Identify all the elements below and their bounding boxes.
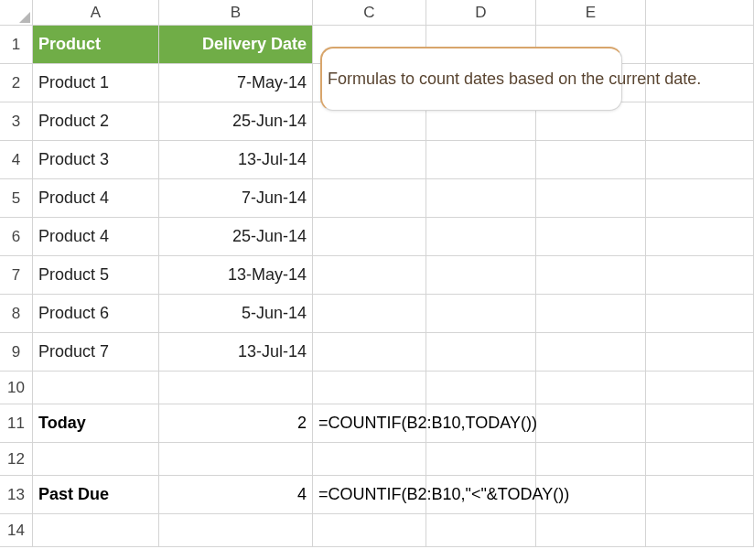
cell-A11-today-label[interactable]: Today <box>33 404 159 443</box>
col-header-A[interactable]: A <box>33 0 159 26</box>
row-header-6[interactable]: 6 <box>0 218 33 256</box>
cell-B7[interactable]: 13-May-14 <box>159 256 313 295</box>
cell-C8[interactable] <box>313 295 426 333</box>
cell-E9[interactable] <box>536 333 646 372</box>
cell-C4[interactable] <box>313 141 426 179</box>
cell-B11-today-value[interactable]: 2 <box>159 404 313 443</box>
col-header-B[interactable]: B <box>159 0 313 26</box>
cell-C12[interactable] <box>313 443 426 476</box>
cell-B5[interactable]: 7-Jun-14 <box>159 179 313 218</box>
cell-B14[interactable] <box>159 514 313 547</box>
table-header-product[interactable]: Product <box>33 26 159 64</box>
col-header-C[interactable]: C <box>313 0 426 26</box>
cell-E4[interactable] <box>536 141 646 179</box>
row-header-1[interactable]: 1 <box>0 26 33 64</box>
cell-blank-6[interactable] <box>646 218 754 256</box>
annotation-callout: Formulas to count dates based on the cur… <box>320 47 622 111</box>
cell-B6[interactable]: 25-Jun-14 <box>159 218 313 256</box>
cell-B9[interactable]: 13-Jul-14 <box>159 333 313 372</box>
cell-blank-8[interactable] <box>646 295 754 333</box>
cell-D8[interactable] <box>426 295 536 333</box>
cell-D6[interactable] <box>426 218 536 256</box>
cell-E8[interactable] <box>536 295 646 333</box>
cell-blank-4[interactable] <box>646 141 754 179</box>
cell-D7[interactable] <box>426 256 536 295</box>
select-all-corner[interactable] <box>0 0 33 26</box>
cell-blank-1[interactable] <box>646 26 754 64</box>
row-header-10[interactable]: 10 <box>0 372 33 404</box>
cell-A3[interactable]: Product 2 <box>33 102 159 141</box>
cell-D4[interactable] <box>426 141 536 179</box>
cell-B13-pastdue-value[interactable]: 4 <box>159 476 313 514</box>
cell-blank-14[interactable] <box>646 514 754 547</box>
col-header-D[interactable]: D <box>426 0 536 26</box>
cell-A9[interactable]: Product 7 <box>33 333 159 372</box>
row-header-4[interactable]: 4 <box>0 141 33 179</box>
cell-blank-7[interactable] <box>646 256 754 295</box>
cell-B10[interactable] <box>159 372 313 404</box>
cell-C11-today-formula[interactable]: =COUNTIF(B2:B10,TODAY()) <box>313 404 426 443</box>
cell-B8[interactable]: 5-Jun-14 <box>159 295 313 333</box>
row-header-8[interactable]: 8 <box>0 295 33 333</box>
row-header-11[interactable]: 11 <box>0 404 33 443</box>
cell-D14[interactable] <box>426 514 536 547</box>
cell-B12[interactable] <box>159 443 313 476</box>
cell-C9[interactable] <box>313 333 426 372</box>
cell-blank-9[interactable] <box>646 333 754 372</box>
cell-A10[interactable] <box>33 372 159 404</box>
col-header-blank[interactable] <box>646 0 754 26</box>
row-header-5[interactable]: 5 <box>0 179 33 218</box>
cell-E10[interactable] <box>536 372 646 404</box>
cell-B2[interactable]: 7-May-14 <box>159 64 313 102</box>
cell-A6[interactable]: Product 4 <box>33 218 159 256</box>
cell-D9[interactable] <box>426 333 536 372</box>
cell-A4[interactable]: Product 3 <box>33 141 159 179</box>
cell-C5[interactable] <box>313 179 426 218</box>
cell-E5[interactable] <box>536 179 646 218</box>
cell-D12[interactable] <box>426 443 536 476</box>
cell-C13-pastdue-formula[interactable]: =COUNTIF(B2:B10,"<"&TODAY()) <box>313 476 426 514</box>
cell-B4[interactable]: 13-Jul-14 <box>159 141 313 179</box>
cell-B3[interactable]: 25-Jun-14 <box>159 102 313 141</box>
cell-E6[interactable] <box>536 218 646 256</box>
cell-blank-5[interactable] <box>646 179 754 218</box>
row-header-2[interactable]: 2 <box>0 64 33 102</box>
cell-C14[interactable] <box>313 514 426 547</box>
cell-A2[interactable]: Product 1 <box>33 64 159 102</box>
cell-D5[interactable] <box>426 179 536 218</box>
cell-E7[interactable] <box>536 256 646 295</box>
col-header-E[interactable]: E <box>536 0 646 26</box>
table-header-delivery-date[interactable]: Delivery Date <box>159 26 313 64</box>
cell-A13-pastdue-label[interactable]: Past Due <box>33 476 159 514</box>
row-header-3[interactable]: 3 <box>0 102 33 141</box>
cell-E11[interactable] <box>536 404 646 443</box>
row-header-7[interactable]: 7 <box>0 256 33 295</box>
cell-A5[interactable]: Product 4 <box>33 179 159 218</box>
cell-blank-3[interactable] <box>646 102 754 141</box>
cell-C10[interactable] <box>313 372 426 404</box>
cell-A12[interactable] <box>33 443 159 476</box>
spreadsheet-grid: A B C D E 1 Product Delivery Date 2 Prod… <box>0 0 754 547</box>
cell-A8[interactable]: Product 6 <box>33 295 159 333</box>
row-header-14[interactable]: 14 <box>0 514 33 547</box>
row-header-9[interactable]: 9 <box>0 333 33 372</box>
cell-blank-12[interactable] <box>646 443 754 476</box>
cell-blank-13[interactable] <box>646 476 754 514</box>
cell-blank-11[interactable] <box>646 404 754 443</box>
cell-A7[interactable]: Product 5 <box>33 256 159 295</box>
cell-C6[interactable] <box>313 218 426 256</box>
cell-D10[interactable] <box>426 372 536 404</box>
row-header-12[interactable]: 12 <box>0 443 33 476</box>
cell-E12[interactable] <box>536 443 646 476</box>
cell-blank-10[interactable] <box>646 372 754 404</box>
cell-C7[interactable] <box>313 256 426 295</box>
cell-E14[interactable] <box>536 514 646 547</box>
cell-A14[interactable] <box>33 514 159 547</box>
row-header-13[interactable]: 13 <box>0 476 33 514</box>
